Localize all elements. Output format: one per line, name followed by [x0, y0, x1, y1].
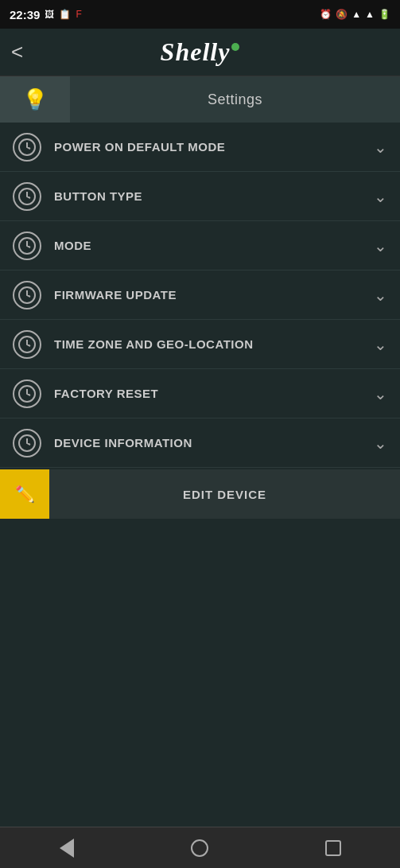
status-time: 22:39 [10, 8, 40, 21]
battery-icon: 🔋 [379, 9, 390, 20]
menu-item-device-information[interactable]: DEVICE INFORMATION ⌄ [0, 418, 400, 468]
home-nav-icon [191, 839, 208, 857]
brand-logo: Shelly [161, 37, 240, 67]
notification-icon: 🖼 [45, 9, 54, 20]
edit-device-bar[interactable]: ✏️ EDIT DEVICE [0, 469, 400, 519]
clock-icon-factory-reset [13, 380, 41, 408]
clock-icon-button-type [13, 182, 41, 211]
chevron-button-type: ⌄ [374, 187, 387, 206]
settings-tab-icon: 💡 [0, 76, 70, 123]
recents-nav-icon [325, 840, 341, 856]
lightbulb-icon: 💡 [22, 88, 48, 112]
nav-bar [0, 827, 400, 868]
back-button[interactable]: < [11, 40, 23, 64]
app-icon: F [76, 9, 81, 20]
clock-icon-mode [13, 232, 41, 260]
menu-item-button-type[interactable]: BUTTON TYPE ⌄ [0, 172, 400, 221]
chevron-factory-reset: ⌄ [374, 384, 387, 403]
settings-tab-label: Settings [70, 76, 400, 123]
menu-label-button-type: BUTTON TYPE [54, 189, 374, 203]
recents-nav-button[interactable] [317, 832, 349, 864]
main-content: 💡 Settings POWER ON DEFAULT MODE ⌄ [0, 76, 400, 560]
settings-tab: 💡 Settings [0, 76, 400, 123]
chevron-mode: ⌄ [374, 236, 387, 255]
menu-item-mode[interactable]: MODE ⌄ [0, 221, 400, 271]
brand-dot [231, 43, 239, 51]
menu-label-time-zone: TIME ZONE AND GEO-LOCATION [54, 337, 374, 351]
clock-icon-time-zone [13, 330, 41, 359]
chevron-time-zone: ⌄ [374, 335, 387, 354]
home-nav-button[interactable] [184, 832, 216, 864]
chevron-firmware-update: ⌄ [374, 286, 387, 305]
edit-device-label[interactable]: EDIT DEVICE [49, 469, 400, 519]
alarm-icon: ⏰ [320, 9, 332, 20]
menu-item-firmware-update[interactable]: FIRMWARE UPDATE ⌄ [0, 271, 400, 320]
edit-icon-button[interactable]: ✏️ [0, 469, 49, 519]
notification-bell-icon: 🔕 [336, 9, 348, 20]
menu-label-factory-reset: FACTORY RESET [54, 387, 374, 400]
back-nav-icon [60, 839, 74, 858]
menu-item-power-on-default-mode[interactable]: POWER ON DEFAULT MODE ⌄ [0, 123, 400, 172]
back-nav-button[interactable] [51, 832, 83, 864]
sim-icon: 📋 [59, 9, 71, 20]
top-nav: < Shelly [0, 29, 400, 76]
wifi-icon: ▲ [351, 9, 361, 20]
signal-icon: ▲ [365, 9, 375, 20]
clock-icon-device-info [13, 429, 41, 457]
menu-label-power-on-default-mode: POWER ON DEFAULT MODE [54, 140, 374, 154]
menu-label-device-information: DEVICE INFORMATION [54, 436, 374, 450]
menu-label-firmware-update: FIRMWARE UPDATE [54, 288, 374, 302]
chevron-device-info: ⌄ [374, 434, 387, 453]
chevron-power-on: ⌄ [374, 138, 387, 157]
menu-label-mode: MODE [54, 239, 374, 252]
menu-list: POWER ON DEFAULT MODE ⌄ BUTTON TYPE ⌄ [0, 123, 400, 468]
status-bar: 22:39 🖼 📋 F ⏰ 🔕 ▲ ▲ 🔋 [0, 0, 400, 29]
menu-item-time-zone[interactable]: TIME ZONE AND GEO-LOCATION ⌄ [0, 320, 400, 369]
menu-item-factory-reset[interactable]: FACTORY RESET ⌄ [0, 369, 400, 418]
clock-icon-power-on [13, 133, 41, 162]
pencil-icon: ✏️ [15, 485, 35, 504]
clock-icon-firmware-update [13, 281, 41, 309]
